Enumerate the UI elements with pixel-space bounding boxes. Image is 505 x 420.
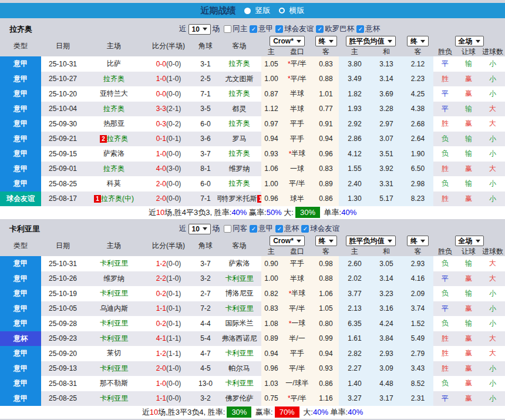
corner-cell: 3-1 [194,56,217,72]
avg-away-odds-cell: 2.68 [402,116,433,132]
scope-select[interactable]: 全场 [455,36,484,46]
filter-label: 欧罗巴杯 [325,24,354,34]
team-name-text: 卡利亚里 [100,334,128,344]
handicap-cell: 平手 [281,256,313,271]
avg-state-select[interactable]: 终 [407,236,429,246]
halftime-score: (0-0) [166,394,181,402]
horizontal-view-label[interactable]: 横版 [289,5,305,16]
horizontal-view-radio[interactable] [279,8,285,14]
filter-意甲[interactable]: ✓意甲 [250,224,273,234]
avg-draw-odds-cell: 3.16 [371,301,402,317]
odds-state-select[interactable]: 终 [315,236,337,246]
result-cell: 平 [433,102,457,117]
vertical-view-label[interactable]: 竖版 [255,5,271,16]
fulltime-score: 0-2 [156,320,166,328]
handicap-away-odds-cell: 0.94 [313,132,339,147]
summary-line: 近10场,胜4平3负3, 胜率:40% 赢率:50% 大:30% 单率:40% [0,206,505,219]
score-cell: 1-1(0-0) [143,391,194,406]
odds-state-select[interactable]: 终 [315,36,337,46]
filter-同主[interactable]: 同主 [224,24,247,34]
avg-home-odds-cell: 3.77 [339,286,371,301]
chevron-down-icon [476,40,480,43]
recent-count-select[interactable]: 10 [188,24,211,35]
avg-home-odds-cell: 3.27 [339,391,371,406]
date-cell: 25-10-31 [41,56,85,72]
halftime-score: (1-0) [166,75,181,83]
date-cell: 25-08-25 [41,176,85,191]
handicap-result-cell: 输 [457,146,480,162]
checkbox-icon[interactable] [224,25,231,33]
team-name-text: 萨索洛 [103,149,124,159]
fulltime-score: 4-0 [156,164,166,173]
filter-label: 意杯 [284,224,299,234]
checkbox-icon[interactable]: ✓ [250,225,257,233]
filter-意甲[interactable]: ✓意甲 [250,24,273,34]
chevron-down-icon [388,40,392,43]
handicap-result-cell: 赢 [457,346,480,361]
home-team-cell: 2拉齐奥 [85,132,143,147]
odds-source-select[interactable]: Crow* [270,236,305,246]
league-type-cell: 意甲 [0,132,41,147]
handicap-away-odds-cell: 0.83 [313,162,339,177]
team-name-text: 弗洛西诺尼 [222,334,257,344]
handicap-result-cell: 赢 [457,331,480,347]
checkbox-icon[interactable]: ✓ [301,225,309,233]
checkbox-icon[interactable]: ✓ [275,25,283,33]
checkbox-icon[interactable]: ✓ [275,225,283,233]
team-name-text: 卡利亚里 [225,378,254,388]
away-team-cell: 佛罗伦萨 [217,391,261,406]
corner-cell: 3-7 [194,146,217,162]
filter-球会友谊[interactable]: ✓球会友谊 [301,224,339,234]
corner-cell: 6-0 [194,176,217,191]
halftime-score: (0-1) [166,290,181,298]
goals-result-cell: 小 [480,391,505,406]
handicap-result-cell: 输 [457,316,480,331]
team-name-text: 拉齐奥 [229,179,250,189]
rank-badge: 2 [100,135,107,143]
team-name-text: 那不勒斯 [100,378,128,388]
corner-cell: 7-1 [194,86,217,102]
summary-value: 70% [275,406,299,418]
col-avg-away: 客 [402,47,433,57]
col-type: 类型 [0,41,41,51]
handicap-home-odds-cell: 1.03 [261,376,281,391]
odds-source-select[interactable]: Crow* [270,36,305,46]
score-cell: 2-0(0-0) [143,176,194,191]
filter-意杯[interactable]: ✓意杯 [275,224,299,234]
goals-result-cell: 小 [480,86,505,102]
fulltime-score: 0-2 [156,290,166,298]
avg-select[interactable]: 胜平负均值 [346,236,396,246]
col-avg-home: 主 [339,247,371,257]
col-goals: 进球数 [480,47,505,57]
avg-state-select[interactable]: 终 [407,36,429,46]
handicap-home-odds-cell: 0.89 [261,331,281,347]
checkbox-icon[interactable]: ✓ [356,25,364,33]
filter-意杯[interactable]: ✓意杯 [356,24,380,34]
recent-count-select[interactable]: 10 [188,224,211,234]
handicap-away-odds-cell: 0.96 [313,146,339,162]
corner-cell: 3-2 [194,391,217,406]
team-name-text: 拉齐奥 [229,119,250,129]
halftime-score: (0-0) [166,180,181,188]
handicap-cell: 一球 [281,162,313,177]
handicap-home-odds-cell: 0.96 [261,191,281,207]
chevron-down-icon [297,40,301,43]
checkbox-icon[interactable]: ✓ [316,25,324,33]
filter-同客[interactable]: 同客 [224,224,247,234]
filter-球会友谊[interactable]: ✓球会友谊 [275,24,314,34]
scope-select[interactable]: 全场 [455,236,484,246]
result-cell: 负 [433,132,457,147]
away-team-cell: 萨索洛 [217,256,261,271]
filter-欧罗巴杯[interactable]: ✓欧罗巴杯 [316,24,354,34]
vertical-view-radio[interactable] [244,8,251,14]
handicap-away-odds-cell: 0.83 [313,56,339,72]
avg-select[interactable]: 胜平负均值 [346,36,396,46]
summary-line: 近10场,胜3平3负4, 胜率:30% 赢率:70% 大:40% 单率:40% [0,406,505,419]
col-odds-away: 客 [313,47,339,57]
avg-away-odds-cell: 1.52 [402,316,433,331]
checkbox-icon[interactable] [224,225,231,233]
corner-cell: 2-7 [194,286,217,301]
checkbox-icon[interactable]: ✓ [250,25,257,33]
avg-draw-odds-cell: 3.13 [371,56,402,72]
team-name-text: 乌迪内斯 [100,304,128,314]
